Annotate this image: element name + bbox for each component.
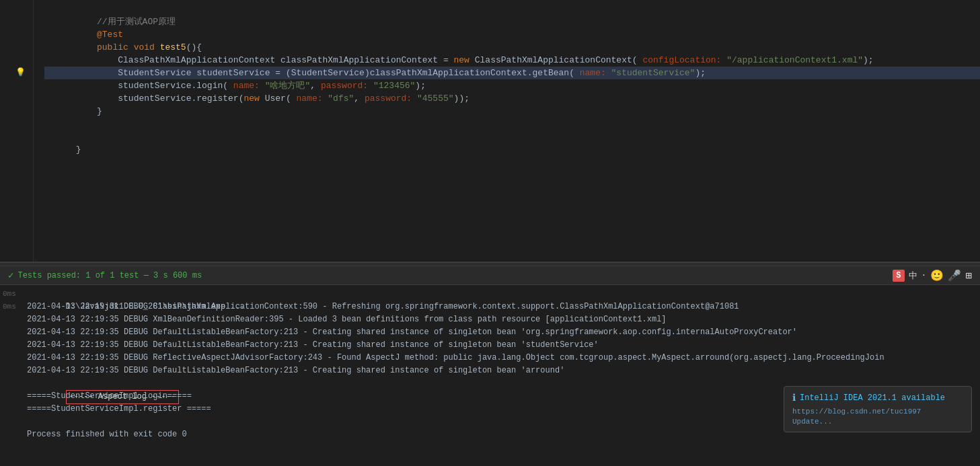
code-line	[44, 182, 980, 194]
code-line: public void test5(){	[44, 28, 980, 41]
info-icon: ℹ	[792, 392, 796, 403]
terminal-lines: D:\Java\jdk1.8.0_281\bin\java.exe ... 20…	[27, 288, 980, 463]
code-line	[44, 169, 980, 182]
notification-update-link[interactable]: Update...	[792, 418, 832, 426]
terminal-panel: ✓ Tests passed: 1 of 1 test — 3 s 600 ms…	[0, 266, 980, 466]
time-0ms-1: 0ms	[3, 288, 24, 301]
terminal-line: 2021-04-13 22:19:35 DEBUG ReflectiveAspe…	[27, 352, 980, 364]
terminal-line: 2021-04-13 22:19:35 DEBUG DefaultListabl…	[27, 364, 980, 377]
csdn-toolbar: S 中 · 🙂 🎤 ⊞	[893, 269, 972, 282]
code-line: }	[44, 130, 980, 143]
notification-title: ℹ IntelliJ IDEA 2021.1 available	[792, 392, 963, 403]
terminal-line: 2021-04-13 22:19:31 DEBUG ClassPathXmlAp…	[27, 301, 980, 313]
code-line	[44, 207, 980, 220]
code-line	[44, 143, 980, 156]
csdn-dot-icon: ·	[921, 270, 927, 280]
code-line: @Test	[44, 15, 980, 28]
csdn-mic-icon: 🎤	[948, 269, 961, 282]
terminal-line: 2021-04-13 22:19:35 DEBUG DefaultListabl…	[27, 339, 980, 352]
code-line	[44, 245, 980, 258]
terminal-gutter: 0ms 0ms	[0, 288, 27, 463]
notification-popup: ℹ IntelliJ IDEA 2021.1 available https:/…	[784, 386, 972, 432]
terminal-line: 2021-04-13 22:19:35 DEBUG DefaultListabl…	[27, 326, 980, 339]
lightbulb-icon[interactable]: 💡	[15, 67, 26, 79]
csdn-logo: S	[893, 270, 904, 282]
code-line	[44, 118, 980, 130]
test-status: ✓ Tests passed: 1 of 1 test — 3 s 600 ms	[8, 270, 202, 281]
test-status-label: Tests passed: 1 of 1 test — 3 s 600 ms	[17, 271, 202, 280]
csdn-emoji-icon: 🙂	[930, 269, 944, 282]
code-line	[44, 220, 980, 233]
line-numbers: 💡	[0, 0, 34, 262]
code-line	[44, 194, 980, 207]
code-editor: 💡 //用于测试AOP原理 @Test public void t	[0, 0, 980, 262]
terminal-output[interactable]: 0ms 0ms D:\Java\jdk1.8.0_281\bin\java.ex…	[0, 285, 980, 466]
code-line	[44, 156, 980, 169]
terminal-line: 2021-04-13 22:19:35 DEBUG XmlBeanDefinit…	[27, 313, 980, 326]
csdn-grid-icon: ⊞	[965, 269, 972, 282]
check-icon: ✓	[8, 270, 13, 281]
code-line	[44, 105, 980, 118]
code-line: //用于测试AOP原理	[44, 3, 980, 15]
terminal-header: ✓ Tests passed: 1 of 1 test — 3 s 600 ms…	[0, 266, 980, 285]
terminal-line: D:\Java\jdk1.8.0_281\bin\java.exe ...	[27, 288, 980, 301]
code-lines: //用于测试AOP原理 @Test public void test5(){ C…	[34, 0, 980, 262]
notification-link[interactable]: https://blog.csdn.net/tuc1997	[792, 407, 921, 416]
code-line	[44, 233, 980, 245]
time-0ms-2: 0ms	[3, 301, 24, 313]
csdn-chinese: 中	[909, 270, 917, 282]
